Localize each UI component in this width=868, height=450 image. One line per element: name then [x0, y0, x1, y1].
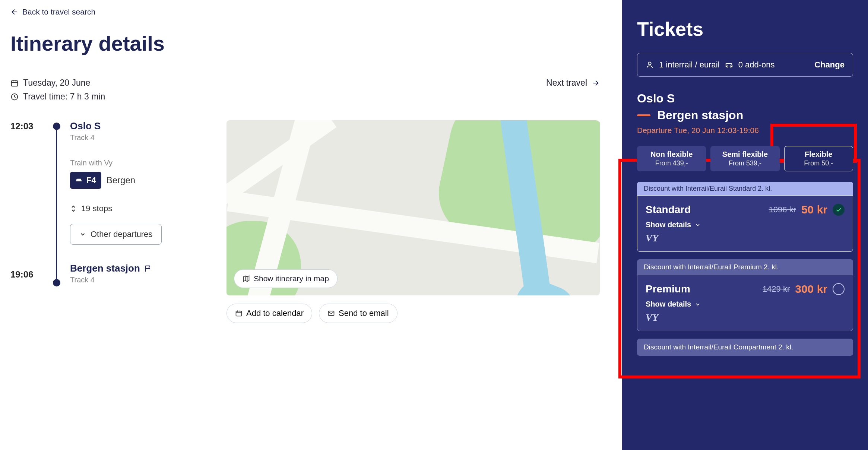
stops-label: 19 stops: [81, 204, 112, 213]
chevron-down-icon: [695, 301, 701, 307]
fare-tab-price: From 539,-: [712, 159, 777, 167]
tickets-sidebar: Tickets 1 interrail / eurail 0 add-ons C…: [622, 0, 868, 450]
ticket-name: Standard: [646, 204, 691, 216]
itinerary-timeline: 12:03 19:06 Oslo S Track 4 Train with Vy…: [10, 120, 212, 295]
send-email-label: Send to email: [339, 308, 389, 318]
origin-name: Oslo S: [70, 120, 212, 132]
clock-icon: [10, 93, 19, 101]
vy-logo: VY: [646, 312, 845, 323]
svg-point-4: [648, 62, 651, 65]
route-block: Oslo S Bergen stasjon Departure Tue, 20 …: [637, 92, 853, 142]
timeline-line: [56, 127, 57, 281]
selected-check-icon: [833, 204, 845, 216]
back-link-label: Back to travel search: [22, 7, 95, 16]
arrow-right-icon: [592, 79, 600, 87]
origin-track: Track 4: [70, 133, 212, 142]
show-details-toggle[interactable]: Show details: [646, 221, 845, 229]
route-line-icon: [637, 114, 650, 116]
ticket-card-standard[interactable]: Standard 1096 kr 50 kr Show details VY: [637, 196, 853, 252]
travel-time-text: Travel time: 7 h 3 min: [23, 92, 105, 102]
back-link[interactable]: Back to travel search: [10, 7, 95, 16]
calendar-icon: [235, 310, 243, 317]
sidebar-title: Tickets: [637, 18, 853, 40]
other-departures-button[interactable]: Other departures: [70, 224, 162, 245]
svg-rect-0: [12, 80, 18, 86]
fare-tabs: Non flexible From 439,- Semi flexible Fr…: [637, 146, 853, 171]
next-travel-label: Next travel: [546, 78, 587, 88]
passenger-summary[interactable]: 1 interrail / eurail 0 add-ons Change: [637, 53, 853, 77]
add-calendar-label: Add to calendar: [246, 308, 304, 318]
discount-strip-compartment: Discount with Interrail/Eurail Compartme…: [637, 339, 853, 356]
change-link[interactable]: Change: [814, 60, 845, 70]
destination-dot: [53, 279, 60, 286]
chevron-down-icon: [79, 231, 86, 238]
ticket-name: Premium: [646, 283, 690, 295]
addons-icon: [725, 61, 733, 69]
travel-date-text: Tuesday, 20 June: [23, 78, 90, 88]
calendar-icon: [10, 79, 19, 87]
travel-date: Tuesday, 20 June: [10, 78, 105, 88]
show-details-label: Show details: [646, 300, 691, 308]
expand-icon: [70, 205, 77, 213]
fare-tab-semi-flexible[interactable]: Semi flexible From 539,-: [710, 146, 779, 171]
passenger-count: 1 interrail / eurail: [659, 60, 720, 70]
discount-strip-premium: Discount with Interrail/Eurail Premium 2…: [637, 259, 853, 275]
origin-dot: [53, 123, 60, 130]
send-email-button[interactable]: Send to email: [319, 304, 397, 323]
route-to: Bergen stasjon: [657, 108, 743, 122]
fare-tab-label: Semi flexible: [712, 150, 777, 159]
operator-label: Train with Vy: [70, 159, 212, 167]
svg-point-6: [730, 66, 731, 67]
line-badge-text: F4: [86, 175, 96, 185]
ticket-price: 50 kr: [801, 203, 827, 216]
person-icon: [646, 61, 654, 69]
destination-name-text: Bergen stasjon: [70, 263, 140, 274]
page-title: Itinerary details: [10, 31, 600, 56]
origin-time: 12:03: [10, 121, 33, 131]
map-icon: [243, 275, 250, 282]
departure-text: Departure Tue, 20 Jun 12:03-19:06: [637, 126, 853, 135]
fare-tab-flexible[interactable]: Flexible From 50,-: [784, 146, 853, 171]
main-content: Back to travel search Itinerary details …: [0, 0, 622, 450]
radio-unselected-icon[interactable]: [833, 283, 845, 295]
svg-rect-2: [236, 311, 242, 316]
ticket-card-premium[interactable]: Premium 1429 kr 300 kr Show details VY: [637, 275, 853, 331]
show-details-toggle[interactable]: Show details: [646, 300, 845, 308]
destination-name: Bergen stasjon: [70, 263, 212, 274]
chevron-down-icon: [695, 222, 701, 228]
origin-stop: Oslo S Track 4: [70, 120, 212, 142]
svg-point-5: [726, 66, 728, 67]
fare-tab-non-flexible[interactable]: Non flexible From 439,-: [637, 146, 706, 171]
arrow-left-icon: [10, 8, 19, 16]
vy-logo: VY: [646, 233, 845, 244]
show-map-label: Show itinerary in map: [254, 274, 329, 283]
train-icon: [75, 177, 83, 183]
fare-tab-label: Flexible: [786, 150, 851, 159]
other-departures-label: Other departures: [91, 229, 152, 239]
stops-toggle[interactable]: 19 stops: [70, 204, 212, 213]
map-preview[interactable]: Show itinerary in map: [226, 120, 600, 295]
ticket-price: 300 kr: [795, 283, 827, 295]
route-from: Oslo S: [637, 92, 853, 105]
destination-time: 19:06: [10, 269, 33, 280]
show-map-button[interactable]: Show itinerary in map: [234, 269, 338, 288]
fare-tab-price: From 50,-: [786, 159, 851, 167]
line-destination: Bergen: [107, 175, 135, 186]
fare-tab-price: From 439,-: [639, 159, 704, 167]
meta-row: Tuesday, 20 June Travel time: 7 h 3 min …: [10, 78, 600, 102]
destination-track: Track 4: [70, 276, 212, 284]
travel-time: Travel time: 7 h 3 min: [10, 92, 105, 102]
show-details-label: Show details: [646, 221, 691, 229]
line-badge: F4: [70, 172, 101, 189]
email-icon: [327, 310, 335, 317]
fare-tab-label: Non flexible: [639, 150, 704, 159]
add-calendar-button[interactable]: Add to calendar: [226, 304, 312, 323]
next-travel-link[interactable]: Next travel: [546, 78, 600, 88]
flag-icon: [144, 264, 152, 273]
ticket-original-price: 1429 kr: [763, 284, 790, 294]
addons-count: 0 add-ons: [738, 60, 775, 70]
destination-stop: Bergen stasjon Track 4: [70, 263, 212, 284]
ticket-original-price: 1096 kr: [769, 205, 796, 215]
discount-strip-standard: Discount with Interrail/Eurail Standard …: [637, 182, 853, 196]
